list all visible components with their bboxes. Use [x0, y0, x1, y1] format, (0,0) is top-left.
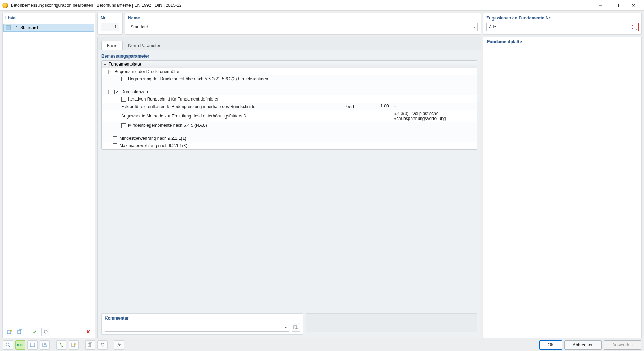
reset-defaults-button[interactable]: [97, 340, 108, 350]
view-mode-button[interactable]: [27, 340, 38, 350]
checkbox-checked[interactable]: ✓: [114, 90, 119, 94]
reset-item-button[interactable]: [41, 328, 50, 336]
collapse-icon[interactable]: −: [108, 90, 112, 94]
nr-label: Nr.: [101, 15, 119, 21]
formula-button[interactable]: fx: [114, 340, 124, 350]
group-druckzone[interactable]: − Begrenzung der Druckzonenhöhe: [102, 68, 477, 75]
tree-root-label: Fundamentplatte: [109, 62, 141, 67]
app-icon: [2, 3, 8, 8]
svg-point-9: [6, 343, 9, 346]
name-value: Standard: [131, 25, 148, 30]
nr-input[interactable]: [101, 23, 119, 31]
param-maximalbewehrung[interactable]: Maximalbewehrung nach 9.2.1.1(3): [102, 142, 477, 149]
tab-basis[interactable]: Basis: [101, 41, 123, 50]
parameter-panel: Basis Norm-Parameter Bemessungsparameter…: [97, 37, 481, 338]
tabs: Basis Norm-Parameter: [98, 37, 481, 50]
checkbox[interactable]: [121, 77, 126, 81]
name-select[interactable]: Standard ▾: [128, 23, 478, 31]
search-help-button[interactable]: [3, 340, 13, 350]
svg-rect-11: [30, 343, 35, 347]
info-placeholder: [306, 313, 477, 332]
assign-input[interactable]: Alle: [486, 23, 628, 31]
list-item[interactable]: 1 Standard: [3, 24, 94, 32]
apply-button[interactable]: Anwenden: [604, 340, 641, 350]
script-button[interactable]: [56, 340, 66, 350]
minimize-button[interactable]: [592, 0, 609, 11]
param-mindestbiegemomente[interactable]: Mindestbiegemomente nach 6.4.5 (NA.6): [102, 122, 477, 129]
units-button[interactable]: 0,00: [15, 340, 25, 350]
export-button[interactable]: [69, 340, 79, 350]
cancel-button[interactable]: Abbrechen: [564, 340, 602, 350]
param-iterativ-rundschnitt[interactable]: Iterativen Rundschnitt für Fundament def…: [102, 95, 477, 103]
check-toggle-button[interactable]: [31, 328, 39, 336]
close-button[interactable]: [625, 0, 642, 11]
collapse-icon[interactable]: −: [104, 62, 106, 67]
param-methode-beta[interactable]: Angewandte Methode zur Ermittlung des La…: [102, 110, 477, 122]
maximize-button[interactable]: [609, 0, 625, 11]
checkbox[interactable]: [121, 97, 126, 102]
svg-line-10: [9, 346, 10, 347]
list-panel: Liste 1 Standard ✕: [2, 13, 95, 338]
svg-point-14: [62, 346, 63, 347]
svg-rect-1: [615, 4, 619, 7]
duplicate-item-button[interactable]: [16, 328, 24, 336]
collapse-icon[interactable]: −: [108, 70, 112, 74]
param-value[interactable]: 1.00: [364, 103, 391, 110]
checkbox[interactable]: [113, 143, 117, 148]
tab-norm-parameter[interactable]: Norm-Parameter: [123, 41, 166, 50]
chevron-down-icon: ▾: [472, 25, 475, 29]
param-faktor-bodenpressung[interactable]: Faktor für die entlastende Bodenpressung…: [102, 103, 477, 110]
preview-panel: Fundamentplatte: [483, 37, 642, 338]
list-item-label: Standard: [20, 25, 38, 30]
kommentar-label: Kommentar: [105, 315, 300, 321]
tree-root-row[interactable]: − Fundamentplatte: [102, 61, 477, 68]
nr-field-wrap: Nr.: [97, 13, 123, 35]
params-tree: − Fundamentplatte − Begrenzung der Druck…: [101, 60, 477, 150]
checkbox[interactable]: [113, 136, 117, 141]
param-label: Faktor für die entlastende Bodenpressung…: [121, 104, 335, 109]
symbol-button[interactable]: A: [40, 340, 50, 350]
param-unit: --: [391, 103, 474, 110]
list-toolbar: ✕: [3, 326, 95, 338]
list-panel-title: Liste: [3, 13, 95, 23]
group-label: Begrenzung der Druckzonenhöhe: [114, 69, 335, 74]
param-label: Mindestbiegemomente nach 6.4.5 (NA.6): [128, 123, 335, 128]
delete-item-button[interactable]: ✕: [84, 328, 93, 336]
group-durchstanzen[interactable]: − ✓ Durchstanzen: [102, 88, 477, 95]
param-value[interactable]: 6.4.3(3) - Vollplastische Schubspannungs…: [391, 111, 474, 121]
kommentar-panel: Kommentar ▾: [101, 313, 303, 335]
group-label: Durchstanzen: [121, 89, 335, 94]
param-mindestbewehrung[interactable]: Mindestbewehrung nach 9.2.1.1(1): [102, 135, 477, 142]
new-item-button[interactable]: [5, 328, 13, 336]
window-title: Betonbemessungskonfiguration bearbeiten …: [10, 3, 592, 8]
svg-text:A: A: [44, 342, 47, 347]
chevron-down-icon: ▾: [284, 325, 287, 329]
params-section-title: Bemessungsparameter: [101, 54, 477, 59]
bottom-toolbar: 0,00 A fx OK Abbrechen Anwenden: [0, 338, 644, 351]
assign-label: Zugewiesen an Fundamente Nr.: [486, 15, 639, 21]
svg-rect-4: [7, 331, 11, 334]
param-label: Angewandte Methode zur Ermittlung des La…: [121, 114, 335, 119]
param-label: Maximalbewehrung nach 9.2.1.1(3): [119, 143, 335, 148]
copy-settings-button[interactable]: [85, 340, 95, 350]
param-label: Iterativen Rundschnitt für Fundament def…: [128, 97, 335, 102]
param-label: Mindestbewehrung nach 9.2.1.1(1): [119, 136, 335, 141]
param-label: Begrenzung der Druckzonenhöhe nach 5.6.2…: [128, 76, 335, 81]
name-field-wrap: Name Standard ▾: [125, 13, 481, 35]
param-druckzone-check[interactable]: Begrenzung der Druckzonenhöhe nach 5.6.2…: [102, 75, 477, 83]
assign-value: Alle: [489, 25, 496, 30]
svg-rect-15: [72, 343, 75, 347]
kommentar-select[interactable]: ▾: [105, 323, 289, 332]
preview-panel-title: Fundamentplatte: [487, 39, 638, 44]
titlebar: Betonbemessungskonfiguration bearbeiten …: [0, 0, 644, 11]
assign-panel: Zugewiesen an Fundamente Nr. Alle: [483, 13, 642, 35]
name-label: Name: [128, 15, 478, 21]
list-item-swatch: [6, 25, 11, 30]
kommentar-pick-button[interactable]: [292, 323, 300, 332]
checkbox[interactable]: [121, 123, 126, 128]
list-item-number: 1: [13, 25, 18, 30]
param-symbol: kred: [337, 103, 364, 110]
ok-button[interactable]: OK: [539, 340, 562, 350]
assign-pick-button[interactable]: [630, 23, 639, 31]
